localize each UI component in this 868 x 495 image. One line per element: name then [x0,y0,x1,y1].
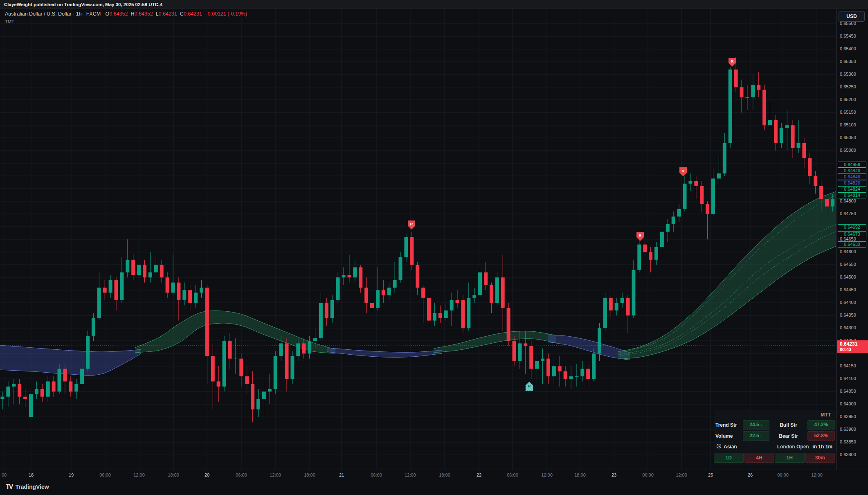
candle-body [353,267,357,277]
timeframe-bias-1D[interactable]: 1D [714,453,744,463]
indicator-legend[interactable]: TMT [5,19,14,24]
candle-body [785,125,789,128]
candle-body [308,341,311,353]
candle-body [450,300,454,310]
candle-body [58,369,61,392]
volume-value: 22.5 ↑ [743,431,769,441]
candle-body [1,397,4,399]
signal-marker-red[interactable]: R [729,58,736,67]
symbol-title: Australian Dollar / U.S. Dollar · 1h · F… [5,11,101,17]
candle-body [797,143,801,148]
candle-body [148,272,152,277]
timeframe-bias-4H[interactable]: 4H [744,453,774,463]
signal-marker-red[interactable]: R [636,232,644,241]
candle-body [143,265,146,277]
indicator-value-label: 0.64846 [838,168,866,174]
candle-body [507,308,510,341]
bull-str-label: Bull Str [769,422,807,428]
currency-toggle-button[interactable]: USD [839,11,865,22]
candle-body [18,384,21,397]
time-axis-label: 12:00 [405,473,416,477]
candle-body [825,199,829,207]
symbol-legend[interactable]: Australian Dollar / U.S. Dollar · 1h · F… [5,11,247,17]
tradingview-logo[interactable]: TV TradingView [6,483,49,491]
svg-text:R: R [731,59,734,63]
candle-body [524,343,527,346]
candle-body [137,265,141,275]
candle-body [609,298,613,310]
time-axis[interactable]: 00181906:0012:0018:002006:0012:0018:0021… [0,470,868,482]
candle-body [302,343,306,353]
price-axis-label: 0.64100 [840,376,856,381]
time-axis-label: 12:00 [270,473,281,477]
candle-body [359,267,362,288]
time-axis-day-label: 19 [69,473,74,477]
time-axis-day-label: 23 [612,473,616,477]
price-axis-label: 0.64150 [840,363,856,368]
price-axis[interactable]: 0.655000.654500.654000.653500.653000.652… [836,9,868,470]
candle-body [160,265,164,277]
time-axis-label: 18:00 [304,473,315,477]
candle-body [819,186,823,199]
candle-body [768,120,772,125]
candle-body [427,298,431,321]
candle-body [382,290,385,295]
candle-body [637,245,641,270]
candle-body [626,298,630,315]
indicator-value-label: 0.64692 [838,224,866,230]
mtt-title: MTT [714,410,835,419]
signal-marker-red[interactable]: R [679,167,687,176]
time-axis-day-label: 20 [205,473,209,477]
current-price-label: 0.6423100:43 [837,340,868,353]
candle-body [592,353,596,379]
time-axis-day-label: 22 [477,473,481,477]
price-axis-label: 0.65300 [840,72,856,76]
trend-ribbon-green [618,191,836,359]
signal-marker-teal[interactable]: R [526,382,533,391]
timeframe-bias-30m[interactable]: 30m [805,453,835,463]
candle-body [80,369,84,384]
timeframe-bias-1H[interactable]: 1H [775,453,805,463]
candle-body [501,277,505,308]
candle-body [814,176,817,186]
candle-body [268,389,272,392]
time-axis-label: 12:00 [541,473,553,477]
candle-body [791,125,795,148]
candle-body [52,381,56,392]
time-axis-day-label: 25 [708,473,713,477]
price-change: -0.00121 (-0.19%) [206,11,247,17]
candle-body [313,338,317,341]
candle-body [729,70,732,143]
candle-body [387,288,391,295]
candle-body [688,181,692,184]
chart-canvas[interactable]: RRRRR [0,9,836,470]
candle-body [251,384,254,410]
price-axis-label: 0.64500 [840,274,856,279]
candle-body [171,283,175,293]
candle-body [336,277,340,300]
signal-marker-red[interactable]: R [408,220,415,230]
candle-body [694,181,698,186]
price-axis-label: 0.64050 [840,389,856,394]
candle-body [69,381,72,392]
candle-body [234,359,237,359]
candle-body [535,361,539,369]
candle-body [416,265,419,288]
candle-body [217,381,220,386]
candle-body [86,336,90,369]
bull-str-value: 47.2% [807,420,835,430]
time-axis-label: 00 [2,473,7,477]
clock-icon [716,443,722,450]
candle-body [780,128,783,143]
candle-body [23,397,27,399]
candlestick-chart: RRRRR [0,9,836,470]
candle-body [666,224,670,232]
candle-body [711,178,715,214]
candle-body [467,298,470,328]
candle-body [342,275,346,277]
candle-body [126,260,129,272]
candle-body [546,359,550,376]
candle-body [256,399,260,410]
candle-body [495,277,499,303]
candle-body [63,369,67,381]
